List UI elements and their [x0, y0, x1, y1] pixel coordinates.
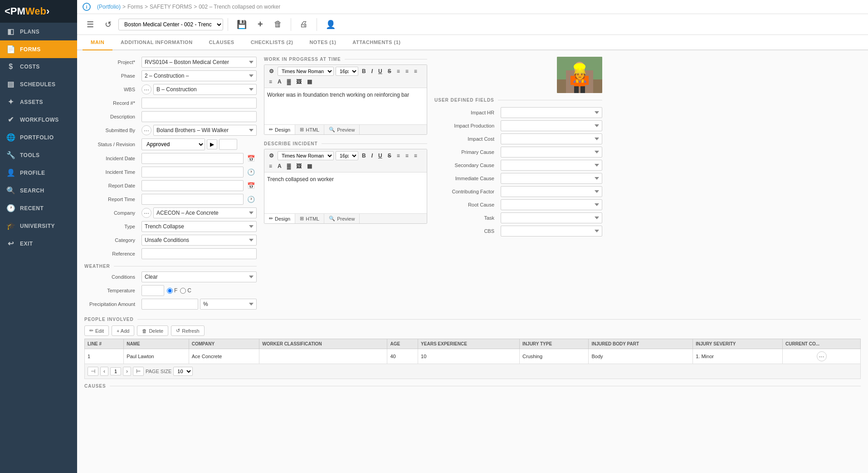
di-bold-btn[interactable]: B [360, 152, 368, 160]
people-add-button[interactable]: + Add [112, 325, 134, 336]
page-last-button[interactable]: ⊢ [133, 367, 144, 376]
di-align-left-btn[interactable]: ≡ [395, 152, 402, 160]
tab-notes[interactable]: NOTES (1) [301, 35, 344, 50]
di-html-tab[interactable]: ⊞ HTML [295, 214, 324, 223]
submitted-select[interactable]: Boland Brothers – Will Walker [153, 125, 257, 136]
status-arrow-button[interactable]: ▶ [207, 139, 217, 149]
record-input[interactable]: 002 [141, 98, 257, 108]
udf-contributing-factor-select[interactable] [501, 186, 602, 197]
sidebar-item-profile[interactable]: 👤 PROFILE [0, 164, 77, 182]
sidebar-item-forms[interactable]: 📄 FORMS [0, 40, 77, 58]
di-strike-btn[interactable]: S [386, 152, 393, 160]
wip-italic-btn[interactable]: I [370, 67, 375, 75]
sidebar-item-schedules[interactable]: ▤ SCHEDULES [0, 75, 77, 93]
wip-strike-btn[interactable]: S [386, 67, 393, 75]
sidebar-item-tools[interactable]: 🔧 TOOLS [0, 146, 77, 164]
udf-impact-production-select[interactable] [501, 120, 602, 131]
report-time-input[interactable]: 12:00 PM [141, 194, 244, 205]
add-button[interactable]: + [254, 17, 267, 32]
type-select[interactable]: Trench Collapse [141, 221, 257, 232]
delete-button[interactable]: 🗑 [270, 17, 286, 31]
wip-image-btn[interactable]: 🖼 [294, 78, 303, 86]
sidebar-item-search[interactable]: 🔍 SEARCH [0, 182, 77, 199]
di-size-select[interactable]: 16px [336, 151, 358, 160]
di-justify-btn[interactable]: ≡ [267, 162, 274, 170]
udf-impact-cost-select[interactable] [501, 133, 602, 144]
wip-format-icon[interactable]: ⚙ [267, 67, 276, 75]
wip-html-tab[interactable]: ⊞ HTML [295, 125, 324, 134]
incident-time-clock-icon[interactable]: 🕐 [245, 168, 257, 177]
temperature-input[interactable]: 28 [141, 285, 164, 296]
sidebar-item-portfolio[interactable]: 🌐 PORTFOLIO [0, 128, 77, 146]
project-select[interactable]: RVS0104 – Boston Medical Center [141, 57, 257, 68]
table-row[interactable]: 1 Paul Lawton Ace Concrete 40 10 Crushin… [85, 349, 861, 364]
di-align-right-btn[interactable]: ≡ [412, 152, 419, 160]
temp-f-label[interactable]: F [167, 287, 177, 294]
udf-root-cause-select[interactable] [501, 199, 602, 210]
incident-date-input[interactable]: 18-01-2014 [141, 153, 244, 164]
di-underline-btn[interactable]: U [376, 152, 384, 160]
wbs-select[interactable]: B – Construction [153, 84, 257, 95]
udf-impact-hr-select[interactable] [501, 107, 602, 118]
di-highlight-btn[interactable]: ▓ [285, 162, 293, 170]
incident-time-input[interactable]: 12:00 PM [141, 167, 244, 177]
di-align-center-btn[interactable]: ≡ [404, 152, 410, 160]
wip-bold-btn[interactable]: B [360, 67, 368, 75]
menu-button[interactable]: ☰ [83, 17, 98, 32]
page-size-select[interactable]: 10 [173, 367, 193, 376]
tab-checklists[interactable]: CHECKLISTS (2) [243, 35, 302, 50]
sidebar-item-plans[interactable]: ◧ PLANS [0, 23, 77, 40]
sidebar-item-recent[interactable]: 🕐 RECENT [0, 199, 77, 217]
info-icon[interactable]: i [83, 3, 91, 11]
sidebar-item-costs[interactable]: $ COSTS [0, 58, 77, 75]
wip-size-select[interactable]: 16px [336, 67, 358, 76]
precipitation-unit-select[interactable]: % [200, 299, 257, 310]
report-date-calendar-icon[interactable]: 📅 [245, 181, 257, 190]
wip-underline-btn[interactable]: U [376, 67, 384, 75]
description-input[interactable]: Trench collapsed on worker [141, 111, 257, 122]
wip-align-left-btn[interactable]: ≡ [395, 67, 402, 75]
page-first-button[interactable]: ⊣ [88, 367, 98, 376]
report-time-clock-icon[interactable]: 🕐 [245, 195, 257, 204]
submitted-dots-button[interactable]: ··· [141, 125, 151, 135]
sidebar-item-assets[interactable]: ✦ ASSETS [0, 93, 77, 111]
report-date-input[interactable]: 18-01-2014 [141, 180, 244, 191]
people-edit-button[interactable]: ✏ Edit [84, 325, 109, 336]
page-next-button[interactable]: › [123, 367, 131, 376]
tab-attachments[interactable]: ATTACHMENTS (1) [344, 35, 409, 50]
wip-align-center-btn[interactable]: ≡ [404, 67, 410, 75]
wip-font-select[interactable]: Times New Roman [278, 67, 334, 76]
wip-highlight-btn[interactable]: ▓ [285, 78, 293, 86]
people-refresh-button[interactable]: ↺ Refresh [171, 325, 205, 336]
status-select[interactable]: Approved [141, 138, 205, 150]
print-button[interactable]: 🖨 [296, 17, 312, 31]
di-italic-btn[interactable]: I [370, 152, 375, 160]
udf-immediate-cause-select[interactable] [501, 173, 602, 184]
save-button[interactable]: 💾 [233, 17, 251, 32]
di-font-select[interactable]: Times New Roman [278, 151, 334, 160]
tab-additional[interactable]: ADDITIONAL INFORMATION [112, 35, 200, 50]
precipitation-input[interactable]: 0 [141, 299, 198, 310]
di-font-color-btn[interactable]: A [276, 162, 283, 170]
sidebar-item-workflows[interactable]: ✔ WORKFLOWS [0, 111, 77, 128]
company-select[interactable]: ACECON – Ace Concrete [153, 207, 257, 218]
page-prev-button[interactable]: ‹ [100, 367, 108, 376]
udf-task-select[interactable] [501, 212, 602, 223]
company-dots-button[interactable]: ··· [141, 208, 151, 218]
wip-table-btn[interactable]: ▦ [305, 78, 314, 86]
temp-c-label[interactable]: C [180, 287, 191, 294]
wip-align-right-btn[interactable]: ≡ [412, 67, 419, 75]
undo-button[interactable]: ↺ [101, 17, 116, 32]
phase-select[interactable]: 2 – Construction – [141, 70, 257, 81]
udf-cbs-select[interactable] [501, 226, 602, 236]
sidebar-item-exit[interactable]: ↩ EXIT [0, 235, 77, 252]
conditions-select[interactable]: Clear [141, 271, 257, 282]
user-button[interactable]: 👤 [322, 17, 340, 32]
sidebar-item-university[interactable]: 🎓 UNIVERSITY [0, 217, 77, 235]
temp-f-radio[interactable] [167, 288, 173, 294]
revision-input[interactable]: 0 [219, 139, 237, 150]
wip-justify-btn[interactable]: ≡ [267, 78, 274, 86]
wbs-dots-button[interactable]: ··· [141, 84, 151, 94]
category-select[interactable]: Unsafe Conditions [141, 235, 257, 246]
row-dots-button[interactable]: ··· [817, 351, 827, 361]
